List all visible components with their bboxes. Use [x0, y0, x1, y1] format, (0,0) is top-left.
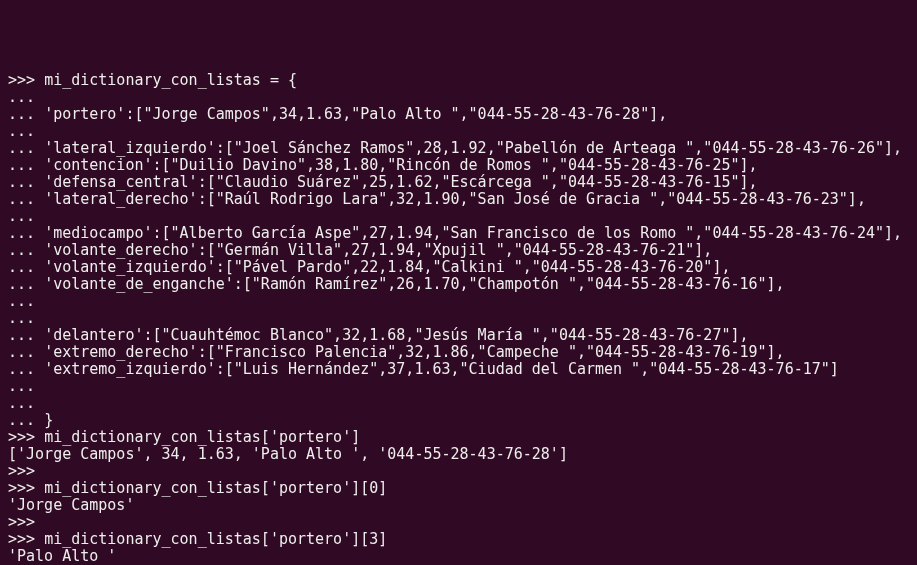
- terminal-line: ['Jorge Campos', 34, 1.63, 'Palo Alto ',…: [8, 446, 909, 463]
- terminal-line: ... 'delantero':["Cuauhtémoc Blanco",32,…: [8, 327, 909, 344]
- code-text: mi_dictionary_con_listas['portero']: [44, 428, 360, 446]
- terminal-line: ... 'contencion':["Duilio Davino",38,1.8…: [8, 157, 909, 174]
- prompt: ...: [8, 190, 44, 208]
- terminal-line: ...: [8, 89, 909, 106]
- terminal-line: >>>: [8, 514, 909, 531]
- terminal-line: >>> mi_dictionary_con_listas = {: [8, 72, 909, 89]
- terminal-line: ... 'lateral_izquierdo':["Joel Sánchez R…: [8, 140, 909, 157]
- prompt: ...: [8, 411, 44, 429]
- code-text: 'mediocampo':["Alberto García Aspe",27,1…: [44, 224, 902, 242]
- terminal-output[interactable]: >>> mi_dictionary_con_listas = {... ... …: [8, 72, 909, 565]
- prompt: ...: [8, 207, 44, 225]
- code-text: 'portero':["Jorge Campos",34,1.63,"Palo …: [44, 105, 667, 123]
- code-text: 'extremo_derecho':["Francisco Palencia",…: [44, 343, 785, 361]
- terminal-line: ...: [8, 293, 909, 310]
- code-text: mi_dictionary_con_listas = {: [44, 71, 297, 89]
- terminal-line: >>> mi_dictionary_con_listas['portero'][…: [8, 480, 909, 497]
- terminal-line: ...: [8, 310, 909, 327]
- code-text: 'extremo_izquierdo':["Luis Hernández",37…: [44, 360, 839, 378]
- prompt: ...: [8, 156, 44, 174]
- prompt: ...: [8, 326, 44, 344]
- prompt: >>>: [8, 71, 44, 89]
- code-text: 'defensa_central':["Claudio Suárez",25,1…: [44, 173, 757, 191]
- terminal-line: ...: [8, 378, 909, 395]
- terminal-line: ... 'extremo_derecho':["Francisco Palenc…: [8, 344, 909, 361]
- prompt: ...: [8, 139, 44, 157]
- terminal-line: ... 'lateral_derecho':["Raúl Rodrigo Lar…: [8, 191, 909, 208]
- code-text: mi_dictionary_con_listas['portero'][3]: [44, 530, 387, 548]
- prompt: ...: [8, 241, 44, 259]
- prompt: ...: [8, 88, 44, 106]
- terminal-line: ... 'extremo_izquierdo':["Luis Hernández…: [8, 361, 909, 378]
- code-text: 'volante_de_enganche':["Ramón Ramírez",2…: [44, 275, 785, 293]
- terminal-line: ... 'volante_de_enganche':["Ramón Ramíre…: [8, 276, 909, 293]
- prompt: ...: [8, 292, 44, 310]
- terminal-line: ... 'mediocampo':["Alberto García Aspe",…: [8, 225, 909, 242]
- prompt: ...: [8, 343, 44, 361]
- prompt: ...: [8, 309, 44, 327]
- prompt: >>>: [8, 530, 44, 548]
- code-text: 'Jorge Campos': [8, 496, 134, 514]
- code-text: 'delantero':["Cuauhtémoc Blanco",32,1.68…: [44, 326, 748, 344]
- code-text: mi_dictionary_con_listas['portero'][0]: [44, 479, 387, 497]
- prompt: ...: [8, 258, 44, 276]
- prompt: >>>: [8, 428, 44, 446]
- terminal-line: ...: [8, 123, 909, 140]
- terminal-line: >>> mi_dictionary_con_listas['portero']: [8, 429, 909, 446]
- prompt: ...: [8, 360, 44, 378]
- terminal-line: >>>: [8, 463, 909, 480]
- prompt: ...: [8, 173, 44, 191]
- prompt: ...: [8, 105, 44, 123]
- prompt: ...: [8, 394, 44, 412]
- code-text: 'lateral_izquierdo':["Joel Sánchez Ramos…: [44, 139, 902, 157]
- code-text: 'volante_derecho':["Germán Villa",27,1.9…: [44, 241, 712, 259]
- terminal-line: ... 'volante_izquierdo':["Pável Pardo",2…: [8, 259, 909, 276]
- terminal-line: ... 'volante_derecho':["Germán Villa",27…: [8, 242, 909, 259]
- terminal-line: 'Jorge Campos': [8, 497, 909, 514]
- prompt: ...: [8, 377, 44, 395]
- code-text: }: [44, 411, 53, 429]
- code-text: ['Jorge Campos', 34, 1.63, 'Palo Alto ',…: [8, 445, 568, 463]
- terminal-line: ... 'defensa_central':["Claudio Suárez",…: [8, 174, 909, 191]
- prompt: >>>: [8, 462, 44, 480]
- prompt: >>>: [8, 479, 44, 497]
- prompt: >>>: [8, 513, 44, 531]
- terminal-line: >>> mi_dictionary_con_listas['portero'][…: [8, 531, 909, 548]
- terminal-line: ...: [8, 208, 909, 225]
- code-text: 'volante_izquierdo':["Pável Pardo",22,1.…: [44, 258, 730, 276]
- terminal-line: ... 'portero':["Jorge Campos",34,1.63,"P…: [8, 106, 909, 123]
- terminal-line: ...: [8, 395, 909, 412]
- code-text: 'lateral_derecho':["Raúl Rodrigo Lara",3…: [44, 190, 866, 208]
- code-text: 'contencion':["Duilio Davino",38,1.80,"R…: [44, 156, 757, 174]
- prompt: ...: [8, 122, 44, 140]
- prompt: ...: [8, 275, 44, 293]
- code-text: 'Palo Alto ': [8, 547, 116, 565]
- terminal-line: ... }: [8, 412, 909, 429]
- prompt: ...: [8, 224, 44, 242]
- terminal-line: 'Palo Alto ': [8, 548, 909, 565]
